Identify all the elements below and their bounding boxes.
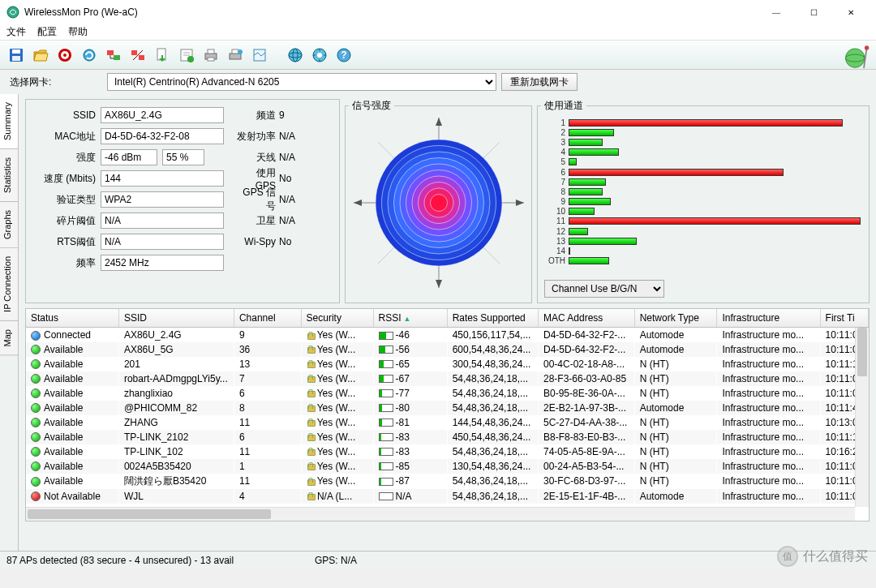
table-row[interactable]: Available@PHICOMM_828 Yes (W...-8054,48,… — [26, 401, 869, 415]
table-row[interactable]: Availablerobart-AADmgpgLYi5y...7 Yes (W.… — [26, 371, 869, 386]
channel-row: 8 — [546, 187, 861, 196]
maximize-button[interactable]: ☐ — [795, 0, 832, 24]
tab-ipconnection[interactable]: IP Connection — [0, 248, 18, 321]
target-icon[interactable] — [54, 44, 76, 67]
svg-point-6 — [63, 54, 67, 57]
col-status[interactable]: Status — [26, 309, 118, 328]
map-icon[interactable] — [248, 44, 271, 67]
radar-chart — [354, 118, 524, 288]
col-nettype[interactable]: Network Type — [634, 309, 717, 328]
refresh-icon[interactable] — [78, 44, 101, 67]
svg-rect-22 — [232, 49, 238, 54]
col-ssid[interactable]: SSID — [118, 309, 234, 328]
connection-info-group: SSIDAX86U_2.4G MAC地址D4-5D-64-32-F2-08 强度… — [25, 99, 340, 303]
table-row[interactable]: Not AvailableWJL4 N/A (L...N/A54,48,36,2… — [26, 489, 869, 504]
channel-mode-select[interactable]: Channel Use B/G/N — [544, 280, 664, 298]
tab-map[interactable]: Map — [0, 321, 18, 355]
settings-icon[interactable] — [308, 44, 331, 67]
channel-row: 14 — [546, 246, 861, 255]
channel-row: 9 — [546, 197, 861, 207]
disconnect-icon[interactable] — [127, 44, 149, 67]
channel-row: 1 — [546, 118, 861, 127]
mac-value: D4-5D-64-32-F2-08 — [101, 128, 224, 144]
svg-rect-8 — [107, 50, 114, 55]
log-icon[interactable] — [175, 44, 198, 67]
open-icon[interactable] — [29, 44, 52, 67]
side-tabs: Summary Statistics Graphs IP Connection … — [0, 94, 19, 551]
table-row[interactable]: AvailableTP-LINK_10211 Yes (W...-8354,48… — [26, 444, 869, 459]
frag-value: N/A — [101, 212, 224, 229]
ant-label: 天线 — [237, 151, 276, 165]
ssid-value: AX86U_2.4G — [101, 107, 224, 123]
table-row[interactable]: Available0024A5B354201 Yes (W...-85130,5… — [26, 459, 869, 474]
channel-row: 4 — [546, 148, 861, 157]
app-icon — [6, 6, 19, 19]
export-icon[interactable] — [151, 44, 174, 67]
save-icon[interactable] — [5, 44, 28, 67]
sat-value: N/A — [279, 215, 324, 226]
menu-file[interactable]: 文件 — [6, 25, 26, 39]
menu-help[interactable]: 帮助 — [68, 25, 88, 39]
channel-bars: 1234567891011121314OTH — [541, 114, 865, 266]
svg-point-48 — [430, 195, 447, 212]
txpow-label: 发射功率 — [237, 130, 276, 144]
status-aps: 87 APs detected (83 secure - 4 unsecured… — [6, 555, 315, 566]
col-mac[interactable]: MAC Address — [539, 309, 635, 328]
print2-icon[interactable] — [224, 44, 247, 67]
table-row[interactable]: Available闊洪鍠ら厭B3542011 Yes (W...-8754,48… — [26, 474, 869, 489]
reload-adapter-button[interactable]: 重新加载网卡 — [501, 73, 578, 91]
connect-icon[interactable] — [102, 44, 125, 67]
svg-point-23 — [238, 49, 243, 54]
channel-row: 2 — [546, 127, 861, 137]
channel-legend: 使用通道 — [541, 99, 586, 113]
wispy-value: No — [279, 236, 324, 247]
menu-config[interactable]: 配置 — [37, 25, 57, 39]
table-row[interactable]: AvailableAX86U_5G36 Yes (W...-56600,54,4… — [26, 342, 869, 357]
tab-statistics[interactable]: Statistics — [0, 149, 18, 202]
col-rates[interactable]: Rates Supported — [447, 309, 538, 328]
lock-icon — [307, 433, 315, 441]
lock-icon — [307, 492, 315, 500]
table-row[interactable]: Availablezhanglixiao6 Yes (W...-7754,48,… — [26, 386, 869, 401]
vertical-scrollbar[interactable] — [855, 328, 869, 507]
svg-rect-19 — [208, 49, 214, 54]
channel-row: 5 — [546, 157, 861, 167]
table-row[interactable]: ConnectedAX86U_2.4G9 Yes (W...-46450,156… — [26, 328, 869, 342]
tab-graphs[interactable]: Graphs — [0, 202, 18, 248]
freq-label: 频率 — [34, 256, 96, 270]
svg-text:?: ? — [341, 49, 346, 61]
col-firsttime[interactable]: First Ti — [820, 309, 868, 328]
watermark: 值 什么值得买 — [777, 546, 868, 567]
rts-label: RTS阈值 — [34, 235, 96, 249]
speed-value: 144 — [101, 170, 224, 187]
horizontal-scrollbar[interactable] — [26, 507, 855, 521]
tab-summary[interactable]: Summary — [0, 94, 18, 149]
print-icon[interactable] — [200, 44, 222, 67]
table-row[interactable]: Available20113 Yes (W...-65300,54,48,36,… — [26, 357, 869, 371]
channel-row: OTH — [546, 256, 861, 266]
svg-rect-21 — [230, 54, 241, 59]
col-security[interactable]: Security — [301, 309, 373, 328]
chan-label: 频道 — [237, 109, 276, 122]
help-icon[interactable]: ? — [333, 44, 355, 67]
svg-point-0 — [7, 6, 19, 18]
close-button[interactable]: ✕ — [832, 0, 870, 24]
web-icon[interactable] — [284, 44, 307, 67]
table-row[interactable]: AvailableZHANG11 Yes (W...-81144,54,48,3… — [26, 415, 869, 430]
status-bar: 87 APs detected (83 secure - 4 unsecured… — [0, 551, 876, 569]
col-rssi[interactable]: RSSI▲ — [373, 309, 447, 328]
channel-row: 13 — [546, 236, 861, 246]
table-row[interactable]: AvailableTP-LINK_21026 Yes (W...-83450,5… — [26, 430, 869, 444]
col-infra[interactable]: Infrastructure — [717, 309, 820, 328]
col-channel[interactable]: Channel — [234, 309, 301, 328]
lock-icon — [307, 448, 315, 456]
adapter-select[interactable]: Intel(R) Centrino(R) Advanced-N 6205 — [107, 73, 496, 91]
ssid-label: SSID — [34, 109, 96, 121]
svg-rect-24 — [254, 49, 265, 61]
minimize-button[interactable]: — — [758, 0, 795, 24]
svg-rect-10 — [131, 50, 137, 55]
ap-table-wrap: Status SSID Channel Security RSSI▲ Rates… — [25, 308, 870, 521]
lock-icon — [307, 478, 315, 486]
frag-label: 碎片阈值 — [34, 214, 96, 228]
gpssig-value: N/A — [279, 194, 324, 205]
